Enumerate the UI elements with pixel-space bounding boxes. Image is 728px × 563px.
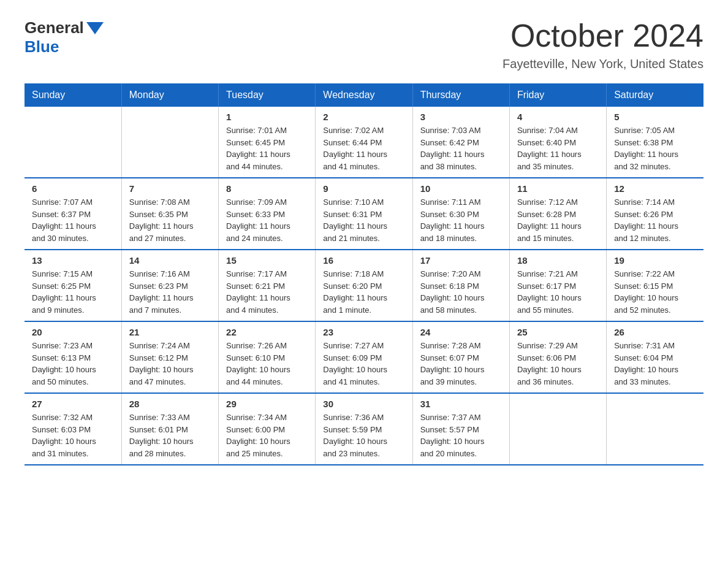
day-info: Sunrise: 7:17 AM Sunset: 6:21 PM Dayligh… [226,268,308,316]
day-number: 5 [614,112,696,122]
day-info: Sunrise: 7:11 AM Sunset: 6:30 PM Dayligh… [420,196,502,244]
day-number: 6 [32,183,114,194]
day-number: 24 [420,327,502,337]
calendar-cell: 21Sunrise: 7:24 AM Sunset: 6:12 PM Dayli… [121,321,218,393]
calendar-cell: 8Sunrise: 7:09 AM Sunset: 6:33 PM Daylig… [219,178,316,250]
calendar-cell: 11Sunrise: 7:12 AM Sunset: 6:28 PM Dayli… [509,178,606,250]
day-info: Sunrise: 7:27 AM Sunset: 6:09 PM Dayligh… [323,340,404,388]
calendar-cell: 7Sunrise: 7:08 AM Sunset: 6:35 PM Daylig… [121,178,218,250]
day-number: 7 [129,183,211,194]
day-number: 25 [517,327,599,337]
day-number: 10 [420,183,502,194]
day-info: Sunrise: 7:20 AM Sunset: 6:18 PM Dayligh… [420,268,502,316]
day-number: 12 [614,183,696,194]
day-info: Sunrise: 7:22 AM Sunset: 6:15 PM Dayligh… [614,268,696,316]
calendar-cell: 22Sunrise: 7:26 AM Sunset: 6:10 PM Dayli… [219,321,316,393]
day-number: 19 [614,255,696,266]
logo: General Blue [25,18,104,56]
calendar-cell: 28Sunrise: 7:33 AM Sunset: 6:01 PM Dayli… [121,393,218,465]
calendar-cell: 27Sunrise: 7:32 AM Sunset: 6:03 PM Dayli… [25,393,121,465]
day-number: 1 [226,112,308,122]
calendar-cell: 26Sunrise: 7:31 AM Sunset: 6:04 PM Dayli… [607,321,703,393]
logo-blue-text: Blue [25,37,59,56]
day-info: Sunrise: 7:18 AM Sunset: 6:20 PM Dayligh… [323,268,404,316]
calendar-cell: 15Sunrise: 7:17 AM Sunset: 6:21 PM Dayli… [219,250,316,321]
header-wednesday: Wednesday [316,83,412,107]
calendar-cell: 6Sunrise: 7:07 AM Sunset: 6:37 PM Daylig… [25,178,121,250]
calendar-cell: 2Sunrise: 7:02 AM Sunset: 6:44 PM Daylig… [316,107,412,178]
calendar-cell [25,107,121,178]
day-number: 27 [32,399,114,409]
calendar-cell: 24Sunrise: 7:28 AM Sunset: 6:07 PM Dayli… [412,321,509,393]
calendar-cell: 18Sunrise: 7:21 AM Sunset: 6:17 PM Dayli… [509,250,606,321]
calendar-cell: 13Sunrise: 7:15 AM Sunset: 6:25 PM Dayli… [25,250,121,321]
calendar-cell [121,107,218,178]
day-number: 17 [420,255,502,266]
calendar-cell: 3Sunrise: 7:03 AM Sunset: 6:42 PM Daylig… [412,107,509,178]
day-info: Sunrise: 7:02 AM Sunset: 6:44 PM Dayligh… [323,124,404,172]
page-header: General Blue October 2024 Fayetteville, … [25,18,703,71]
calendar-cell: 19Sunrise: 7:22 AM Sunset: 6:15 PM Dayli… [607,250,703,321]
calendar-cell: 5Sunrise: 7:05 AM Sunset: 6:38 PM Daylig… [607,107,703,178]
day-info: Sunrise: 7:26 AM Sunset: 6:10 PM Dayligh… [226,340,308,388]
day-info: Sunrise: 7:08 AM Sunset: 6:35 PM Dayligh… [129,196,211,244]
calendar-cell: 4Sunrise: 7:04 AM Sunset: 6:40 PM Daylig… [509,107,606,178]
day-number: 3 [420,112,502,122]
calendar-cell: 12Sunrise: 7:14 AM Sunset: 6:26 PM Dayli… [607,178,703,250]
calendar-table: SundayMondayTuesdayWednesdayThursdayFrid… [25,83,703,465]
day-info: Sunrise: 7:16 AM Sunset: 6:23 PM Dayligh… [129,268,211,316]
day-number: 29 [226,399,308,409]
day-info: Sunrise: 7:12 AM Sunset: 6:28 PM Dayligh… [517,196,599,244]
day-info: Sunrise: 7:01 AM Sunset: 6:45 PM Dayligh… [226,124,308,172]
day-info: Sunrise: 7:21 AM Sunset: 6:17 PM Dayligh… [517,268,599,316]
day-info: Sunrise: 7:33 AM Sunset: 6:01 PM Dayligh… [129,412,211,459]
main-title: October 2024 [502,18,703,53]
day-info: Sunrise: 7:32 AM Sunset: 6:03 PM Dayligh… [32,412,114,459]
day-info: Sunrise: 7:37 AM Sunset: 5:57 PM Dayligh… [420,412,502,459]
day-info: Sunrise: 7:28 AM Sunset: 6:07 PM Dayligh… [420,340,502,388]
day-number: 26 [614,327,696,337]
day-number: 18 [517,255,599,266]
calendar-cell: 23Sunrise: 7:27 AM Sunset: 6:09 PM Dayli… [316,321,412,393]
location-subtitle: Fayetteville, New York, United States [502,57,703,71]
day-number: 22 [226,327,308,337]
day-number: 21 [129,327,211,337]
calendar-week-row: 1Sunrise: 7:01 AM Sunset: 6:45 PM Daylig… [25,107,703,178]
day-number: 28 [129,399,211,409]
day-info: Sunrise: 7:03 AM Sunset: 6:42 PM Dayligh… [420,124,502,172]
day-info: Sunrise: 7:05 AM Sunset: 6:38 PM Dayligh… [614,124,696,172]
day-info: Sunrise: 7:36 AM Sunset: 5:59 PM Dayligh… [323,412,404,459]
day-info: Sunrise: 7:09 AM Sunset: 6:33 PM Dayligh… [226,196,308,244]
title-section: October 2024 Fayetteville, New York, Uni… [502,18,703,71]
logo-triangle-icon [86,22,104,34]
calendar-cell [607,393,703,465]
day-number: 16 [323,255,404,266]
day-number: 15 [226,255,308,266]
calendar-cell: 16Sunrise: 7:18 AM Sunset: 6:20 PM Dayli… [316,250,412,321]
day-info: Sunrise: 7:29 AM Sunset: 6:06 PM Dayligh… [517,340,599,388]
header-monday: Monday [121,83,218,107]
calendar-cell: 29Sunrise: 7:34 AM Sunset: 6:00 PM Dayli… [219,393,316,465]
day-number: 31 [420,399,502,409]
day-info: Sunrise: 7:15 AM Sunset: 6:25 PM Dayligh… [32,268,114,316]
day-info: Sunrise: 7:24 AM Sunset: 6:12 PM Dayligh… [129,340,211,388]
day-number: 23 [323,327,404,337]
header-sunday: Sunday [25,83,121,107]
day-info: Sunrise: 7:14 AM Sunset: 6:26 PM Dayligh… [614,196,696,244]
day-info: Sunrise: 7:10 AM Sunset: 6:31 PM Dayligh… [323,196,404,244]
day-info: Sunrise: 7:31 AM Sunset: 6:04 PM Dayligh… [614,340,696,388]
day-info: Sunrise: 7:04 AM Sunset: 6:40 PM Dayligh… [517,124,599,172]
header-tuesday: Tuesday [219,83,316,107]
calendar-week-row: 6Sunrise: 7:07 AM Sunset: 6:37 PM Daylig… [25,178,703,250]
day-number: 20 [32,327,114,337]
day-info: Sunrise: 7:07 AM Sunset: 6:37 PM Dayligh… [32,196,114,244]
calendar-cell: 25Sunrise: 7:29 AM Sunset: 6:06 PM Dayli… [509,321,606,393]
day-number: 13 [32,255,114,266]
day-number: 9 [323,183,404,194]
calendar-week-row: 13Sunrise: 7:15 AM Sunset: 6:25 PM Dayli… [25,250,703,321]
calendar-cell [509,393,606,465]
header-friday: Friday [509,83,606,107]
calendar-cell: 14Sunrise: 7:16 AM Sunset: 6:23 PM Dayli… [121,250,218,321]
day-number: 4 [517,112,599,122]
calendar-cell: 1Sunrise: 7:01 AM Sunset: 6:45 PM Daylig… [219,107,316,178]
